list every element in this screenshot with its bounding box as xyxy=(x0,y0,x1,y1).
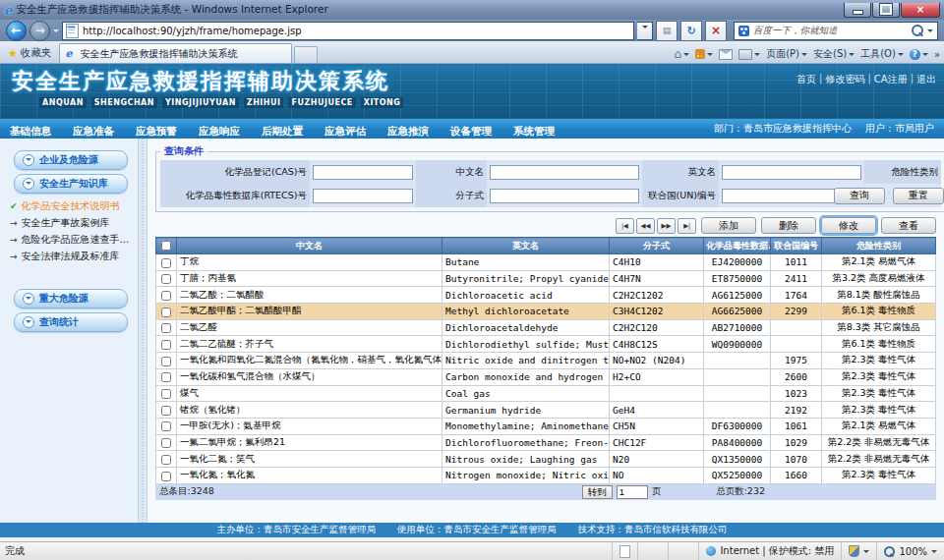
nav-item-4[interactable]: 后期处置 xyxy=(262,125,303,137)
nav-item-2[interactable]: 应急预警 xyxy=(136,125,177,137)
back-button[interactable]: ← xyxy=(6,21,27,41)
sidebar-item-1-0[interactable]: ✔化学品安全技术说明书 xyxy=(10,199,136,213)
row-checkbox[interactable] xyxy=(161,455,171,465)
table-row[interactable]: 一氧化二氮；笑气Nitrous oxide; Laughing gasN20QX… xyxy=(156,451,936,468)
goto-button[interactable]: 转到 xyxy=(582,485,613,499)
search-icon[interactable] xyxy=(912,25,923,36)
row-checkbox[interactable] xyxy=(161,406,171,416)
compatibility-view-button[interactable]: ▤ xyxy=(656,21,678,41)
recent-pages-caret-icon[interactable] xyxy=(53,29,59,35)
more-commands-button[interactable]: » xyxy=(934,49,940,60)
print-button[interactable] xyxy=(738,49,760,60)
table-row[interactable]: 煤气Coal gas1023第2.3类 毒性气体 xyxy=(156,385,936,402)
table-row[interactable]: 一氧化氮和四氧化二氮混合物（氮氧化物，硝基气，氧化氮气体）Nitric oxid… xyxy=(156,353,936,369)
table-row[interactable]: 二氯乙醛DichloroacetaldehydeC2H2C120AB271000… xyxy=(156,319,936,336)
tab-active[interactable]: e 安全生产应急救援指挥辅助决策系统 xyxy=(59,43,292,63)
banner-link-2[interactable]: CA注册 xyxy=(874,73,908,86)
delete-button[interactable]: 删除 xyxy=(761,217,816,234)
pager-button-3[interactable]: ▶| xyxy=(678,218,696,234)
protected-mode-segment[interactable] xyxy=(841,542,876,560)
row-checkbox[interactable] xyxy=(161,389,171,399)
table-row[interactable]: 一氧化氮；氧化氮Nitrogen monoxide; Nitric oxideN… xyxy=(156,467,936,483)
reset-button[interactable]: 重置 xyxy=(893,188,944,204)
row-checkbox[interactable] xyxy=(161,438,171,448)
banner-link-1[interactable]: 修改密码 xyxy=(825,73,864,86)
view-button[interactable]: 查看 xyxy=(881,217,936,234)
cell-cn: 锗烷（氢化锗） xyxy=(177,402,442,419)
sidebar-splitter[interactable] xyxy=(138,139,148,523)
add-button[interactable]: 添加 xyxy=(701,217,756,234)
address-history-button[interactable] xyxy=(637,22,653,40)
formula-input[interactable] xyxy=(490,189,639,203)
nav-item-7[interactable]: 设备管理 xyxy=(450,125,492,137)
sidebar-group-0[interactable]: 企业及危险源 xyxy=(14,150,128,170)
table-row[interactable]: 一甲胺(无水)；氨基甲烷Monomethylamine; Aminomethan… xyxy=(156,418,936,434)
search-button[interactable]: 查询 xyxy=(834,188,885,204)
nav-item-1[interactable]: 应急准备 xyxy=(73,125,114,137)
sidebar-group-1[interactable]: 安全生产知识库 xyxy=(14,174,128,194)
home-button[interactable]: ⌂ xyxy=(675,47,690,61)
table-row[interactable]: 二氯二乙硫醚；芥子气Dichlorodiethyl sulfide; Musta… xyxy=(156,336,936,353)
row-checkbox[interactable] xyxy=(161,421,171,431)
search-options-caret-icon[interactable] xyxy=(927,29,933,35)
nav-item-8[interactable]: 系统管理 xyxy=(513,125,555,137)
sidebar-group-2[interactable]: 重大危险源 xyxy=(14,289,128,308)
banner-link-0[interactable]: 首页 xyxy=(796,73,816,86)
new-tab-button[interactable] xyxy=(294,46,318,63)
nav-item-5[interactable]: 应急评估 xyxy=(324,125,366,137)
feeds-button[interactable] xyxy=(695,49,713,59)
expand-icon xyxy=(23,178,34,190)
table-row[interactable]: 丁腈；丙基氰Butyronitrile; Propyl cyanideC4H7N… xyxy=(156,270,936,287)
row-checkbox[interactable] xyxy=(161,357,171,366)
menu-tools[interactable]: 工具(O) xyxy=(860,47,904,61)
address-url[interactable]: http://localhost:90/yjzh/frame/homepage.… xyxy=(83,26,630,36)
mail-button[interactable] xyxy=(719,49,733,60)
row-checkbox[interactable] xyxy=(161,291,171,301)
pager-button-1[interactable]: ◀◀ xyxy=(636,218,655,234)
minimize-button[interactable] xyxy=(844,3,871,18)
table-row[interactable]: 丁烷ButaneC4H10EJ42000001011第2.1类 易燃气体 xyxy=(156,254,936,271)
address-field[interactable]: http://localhost:90/yjzh/frame/homepage.… xyxy=(62,22,634,40)
row-checkbox[interactable] xyxy=(161,472,171,481)
nav-item-3[interactable]: 应急响应 xyxy=(199,125,240,137)
table-row[interactable]: 二氯乙酸；二氯醋酸Dichloroacetic acidC2H2C1202AG6… xyxy=(156,287,936,304)
refresh-button[interactable]: ↻ xyxy=(680,21,702,41)
zoom-segment[interactable]: 100% xyxy=(876,542,944,560)
menu-page[interactable]: 页面(P) xyxy=(766,47,807,61)
select-all-checkbox[interactable] xyxy=(161,241,171,251)
row-checkbox[interactable] xyxy=(161,308,171,317)
banner-link-3[interactable]: 退出 xyxy=(916,73,936,86)
modify-button[interactable]: 修改 xyxy=(821,217,876,234)
table-row[interactable]: 锗烷（氢化锗）Germanium hydrideGeH42192第2.3类 毒性… xyxy=(156,402,936,419)
cn-input[interactable] xyxy=(490,165,639,180)
nav-item-6[interactable]: 应急推演 xyxy=(387,125,429,137)
favorites-button[interactable]: ★ 收藏夹 xyxy=(4,46,59,63)
forward-button[interactable]: → xyxy=(30,21,50,41)
sidebar-item-1-3[interactable]: →安全法律法规及标准库 xyxy=(10,250,136,263)
en-input[interactable] xyxy=(722,165,861,180)
menu-safety[interactable]: 安全(S) xyxy=(813,47,855,61)
row-checkbox[interactable] xyxy=(161,323,171,333)
table-row[interactable]: 一氟二氯甲烷；氟利昂21Dichlorofluoromethane; Freon… xyxy=(156,434,936,451)
rtecs-input[interactable] xyxy=(313,189,413,203)
maximize-button[interactable] xyxy=(872,3,900,18)
page-number-input[interactable] xyxy=(617,485,648,499)
pager-button-0[interactable]: |◀ xyxy=(616,218,634,234)
stop-button[interactable]: × xyxy=(705,21,727,41)
pager-button-2[interactable]: ▶▶ xyxy=(657,218,676,234)
search-input[interactable]: 百度一下，你就知道 xyxy=(753,25,908,37)
search-box[interactable]: 百度一下，你就知道 xyxy=(734,22,938,40)
row-checkbox[interactable] xyxy=(161,340,171,350)
close-button[interactable]: × xyxy=(901,3,940,18)
table-row[interactable]: 二氯乙酸甲酯；二氯醋酸甲酯Methyl dichloroacetateC3H4C… xyxy=(156,304,936,320)
sidebar-item-1-1[interactable]: →安全生产事故案例库 xyxy=(10,216,136,230)
nav-item-0[interactable]: 基础信息 xyxy=(10,125,51,137)
row-checkbox[interactable] xyxy=(161,258,171,268)
row-checkbox[interactable] xyxy=(161,274,171,284)
cas-input[interactable] xyxy=(313,165,413,180)
sidebar-group-3[interactable]: 查询统计 xyxy=(14,312,128,332)
row-checkbox[interactable] xyxy=(161,372,171,382)
sidebar-item-1-2[interactable]: →危险化学品应急速查手... xyxy=(10,233,136,247)
table-row[interactable]: 一氧化碳和氢气混合物（水煤气）Carbon monoxide and hydro… xyxy=(156,368,936,385)
help-button[interactable]: ? xyxy=(910,49,928,60)
